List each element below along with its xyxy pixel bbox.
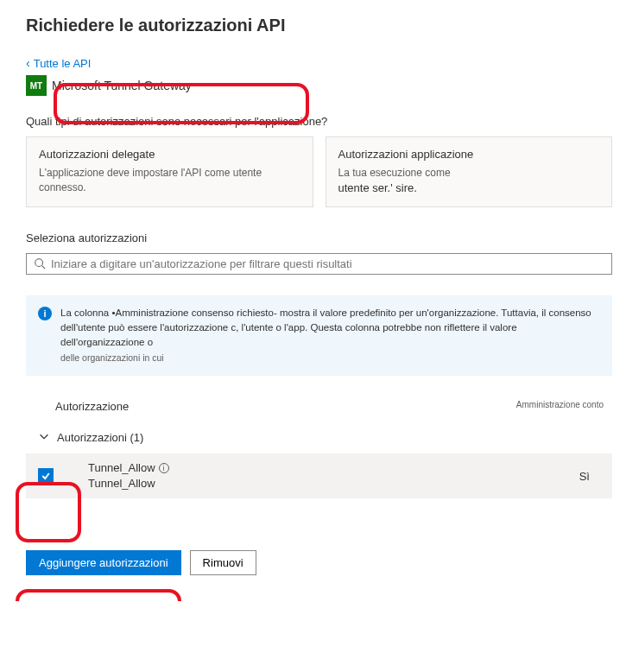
delegated-permissions-card[interactable]: Autorizzazioni delegate L'applicazione d… xyxy=(26,136,313,207)
permission-row-tunnel-allow[interactable]: Tunnel_Allow i Tunnel_Allow Sì xyxy=(26,453,612,498)
info-small-icon[interactable]: i xyxy=(159,463,169,473)
application-card-title: Autorizzazioni applicazione xyxy=(338,148,600,161)
permission-checkbox[interactable] xyxy=(38,468,54,484)
permission-name-cell: Tunnel_Allow i Tunnel_Allow xyxy=(88,460,579,491)
selected-api: MT Microsoft Tunnel Gateway xyxy=(26,75,612,96)
application-card-desc: La tua esecuzione come utente ser.' sire… xyxy=(338,166,600,196)
highlight-add-button xyxy=(16,589,181,601)
delegated-card-title: Autorizzazioni delegate xyxy=(39,148,300,161)
permission-type-cards: Autorizzazioni delegate L'applicazione d… xyxy=(26,136,612,207)
chevron-left-icon: ‹ xyxy=(26,56,30,70)
permissions-group-label: Autorizzazioni (1) xyxy=(57,431,143,444)
info-banner: i La colonna •Amministrazione consenso r… xyxy=(26,295,612,376)
search-input[interactable] xyxy=(51,257,604,270)
permission-type-question: Quali tipi di autorizzazioni sono necess… xyxy=(26,115,612,128)
info-text: La colonna •Amministrazione consenso ric… xyxy=(60,306,600,365)
action-buttons: Aggiungere autorizzazioni Rimuovi xyxy=(26,550,612,575)
permission-name: Tunnel_Allow xyxy=(88,460,155,476)
info-text-main: La colonna •Amministrazione consenso ric… xyxy=(60,307,591,348)
breadcrumb-all-apis[interactable]: ‹ Tutte le API xyxy=(26,56,612,70)
info-icon: i xyxy=(38,307,52,320)
delegated-card-desc: L'applicazione deve impostare l'API come… xyxy=(39,166,300,195)
permission-desc: Tunnel_Allow xyxy=(88,476,579,491)
remove-button[interactable]: Rimuovi xyxy=(190,550,256,575)
api-name: Microsoft Tunnel Gateway xyxy=(52,79,192,92)
permissions-group-toggle[interactable]: Autorizzazioni (1) xyxy=(26,422,612,453)
select-permissions-label: Seleziona autorizzazioni xyxy=(26,231,612,244)
svg-point-0 xyxy=(35,259,43,267)
col-permission: Autorizzazione xyxy=(55,400,129,413)
info-text-small: delle organizzazioni in cui xyxy=(60,352,164,363)
application-card-desc-line1: La tua esecuzione come xyxy=(338,167,451,179)
col-admin-consent: Amministrazione conto xyxy=(516,400,604,413)
panel-root: Richiedere le autorizzazioni API ‹ Tutte… xyxy=(26,16,612,575)
search-icon xyxy=(34,257,46,269)
permissions-table-header: Autorizzazione Amministrazione conto xyxy=(26,395,612,422)
chevron-down-icon xyxy=(38,430,50,445)
add-permissions-button[interactable]: Aggiungere autorizzazioni xyxy=(26,550,181,575)
breadcrumb-label: Tutte le API xyxy=(34,57,92,70)
page-title: Richiedere le autorizzazioni API xyxy=(26,16,612,35)
svg-line-1 xyxy=(42,266,46,269)
api-icon: MT xyxy=(26,75,47,96)
application-permissions-card[interactable]: Autorizzazioni applicazione La tua esecu… xyxy=(326,136,613,207)
search-permissions[interactable] xyxy=(26,253,612,275)
application-card-desc-line2: utente ser.' sire. xyxy=(338,181,417,194)
permission-admin-consent-value: Sì xyxy=(579,470,604,483)
